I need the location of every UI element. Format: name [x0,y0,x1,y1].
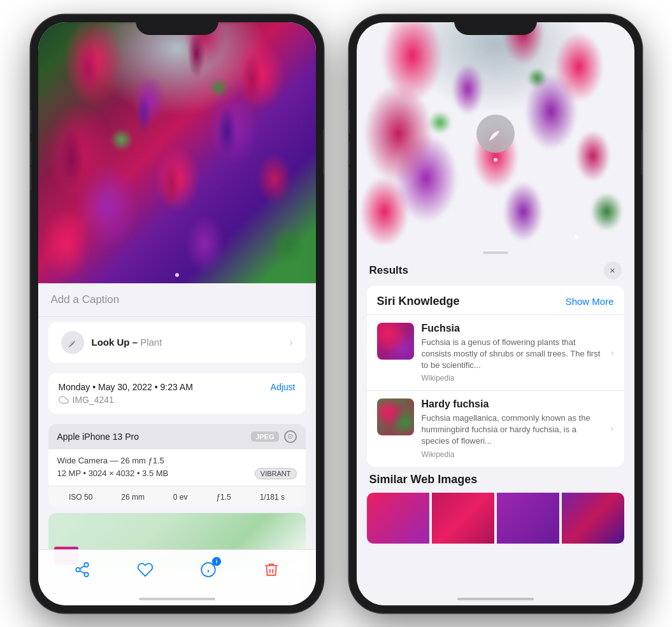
bottom-toolbar: i [38,549,316,605]
info-badge: i [212,557,221,566]
leaf-icon [66,336,79,349]
trash-icon [263,561,280,578]
camera-mp-res: 12 MP • 3024 × 4032 • 3.5 MB [57,468,169,478]
photo-dot-indicator [175,273,179,277]
right-screen: Results × Siri Knowledge Show More Fuchs… [357,22,634,605]
heart-icon [137,561,154,578]
similar-img-1[interactable] [367,493,429,544]
meta-filename-row: IMG_4241 [59,395,296,405]
siri-knowledge-header: Siri Knowledge Show More [367,286,624,314]
knowledge-item-hardy[interactable]: Hardy fuchsia Fuchsia magellanica, commo… [367,390,624,467]
exif-shutter: 1/181 s [260,493,285,502]
knowledge-item-fuchsia[interactable]: Fuchsia Fuchsia is a genus of flowering … [367,314,624,391]
fuchsia-chevron: › [611,348,614,358]
hardy-content: Hardy fuchsia Fuchsia magellanica, commo… [422,398,603,459]
hardy-source: Wikipedia [422,450,603,459]
siri-dot [494,158,497,162]
close-button[interactable]: × [604,262,622,279]
results-title: Results [369,264,408,277]
photo-area[interactable] [38,22,316,283]
similar-title: Similar Web Images [367,473,624,486]
meta-section: Monday • May 30, 2022 • 9:23 AM Adjust I… [48,373,306,414]
show-more-button[interactable]: Show More [566,296,614,307]
right-photo-area [357,22,634,245]
meta-date: Monday • May 30, 2022 • 9:23 AM [59,382,193,392]
fuchsia-thumb-image [377,323,414,360]
fuchsia-desc: Fuchsia is a genus of flowering plants t… [422,337,603,372]
camera-badges: JPEG ⊙ [251,430,296,443]
fuchsia-name: Fuchsia [422,323,603,334]
right-phone: Results × Siri Knowledge Show More Fuchs… [349,15,642,613]
adjust-button[interactable]: Adjust [271,382,296,392]
siri-leaf-icon [486,124,505,143]
cloud-icon [59,395,69,405]
jpeg-badge: JPEG [251,432,278,442]
exif-aperture: ƒ1.5 [216,493,231,502]
exif-focal: 26 mm [121,493,145,502]
hardy-thumbnail [377,398,414,435]
lookup-icon [61,331,84,354]
similar-img-2[interactable] [432,493,494,544]
info-button[interactable]: i [197,558,220,581]
lookup-row[interactable]: Look Up – Plant › [48,322,306,363]
vibrant-badge: VIBRANT [255,468,297,479]
fuchsia-source: Wikipedia [422,374,603,383]
exif-row: ISO 50 26 mm 0 ev ƒ1.5 1/181 s [48,486,306,508]
exif-iso: ISO 50 [69,493,92,502]
siri-knowledge-title: Siri Knowledge [377,295,460,308]
camera-details: Wide Camera — 26 mm ƒ1.5 12 MP • 3024 × … [48,449,306,486]
meta-date-row: Monday • May 30, 2022 • 9:23 AM Adjust [59,382,296,392]
left-screen: Add a Caption Look Up – Plant › Monday •… [38,22,316,605]
hardy-desc: Fuchsia magellanica, commonly known as t… [422,412,603,447]
similar-section: Similar Web Images [367,473,624,544]
lookup-text: Look Up – Plant [92,337,162,348]
share-button[interactable] [71,558,94,581]
lookup-chevron: › [289,337,292,348]
right-home-indicator [457,598,534,600]
caption-input[interactable]: Add a Caption [38,283,316,317]
right-dot-indicator [575,235,578,239]
camera-header: Apple iPhone 13 Pro JPEG ⊙ [48,424,306,449]
results-header: Results × [357,254,634,286]
like-button[interactable] [134,558,157,581]
camera-lens: Wide Camera — 26 mm ƒ1.5 [57,456,297,465]
left-notch [136,15,218,35]
home-indicator [139,598,215,600]
right-notch [454,15,537,35]
delete-button[interactable] [260,558,283,581]
siri-knowledge-section: Siri Knowledge Show More Fuchsia Fuchsia… [367,286,624,467]
exif-ev: 0 ev [173,493,188,502]
left-phone: Add a Caption Look Up – Plant › Monday •… [31,15,324,613]
hardy-name: Hardy fuchsia [422,398,603,410]
fuchsia-content: Fuchsia Fuchsia is a genus of flowering … [422,323,603,383]
similar-images-row [367,493,624,544]
hardy-thumb-image [377,398,414,435]
fuchsia-thumbnail [377,323,414,360]
camera-specs: 12 MP • 3024 × 4032 • 3.5 MB VIBRANT [57,468,297,479]
hardy-chevron: › [611,423,614,433]
camera-name: Apple iPhone 13 Pro [57,432,139,442]
flower-details [38,22,316,283]
camera-section: Apple iPhone 13 Pro JPEG ⊙ Wide Camera —… [48,424,306,508]
share-icon [74,561,90,578]
results-panel: Results × Siri Knowledge Show More Fuchs… [357,245,634,605]
similar-img-3[interactable] [497,493,559,544]
filename: IMG_4241 [73,395,114,405]
camera-gear-icon[interactable]: ⊙ [284,430,297,443]
similar-img-4[interactable] [562,493,624,544]
siri-badge[interactable] [476,115,515,153]
